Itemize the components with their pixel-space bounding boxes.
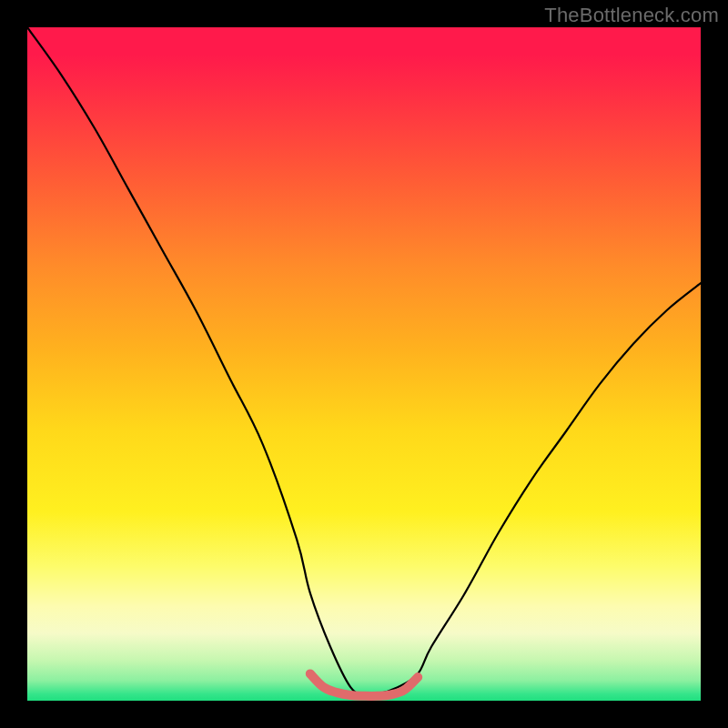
chart-frame: TheBottleneck.com bbox=[0, 0, 728, 728]
v-curve-line bbox=[27, 27, 701, 695]
plot-area bbox=[27, 27, 701, 701]
watermark-label: TheBottleneck.com bbox=[544, 4, 719, 27]
chart-svg bbox=[27, 27, 701, 701]
